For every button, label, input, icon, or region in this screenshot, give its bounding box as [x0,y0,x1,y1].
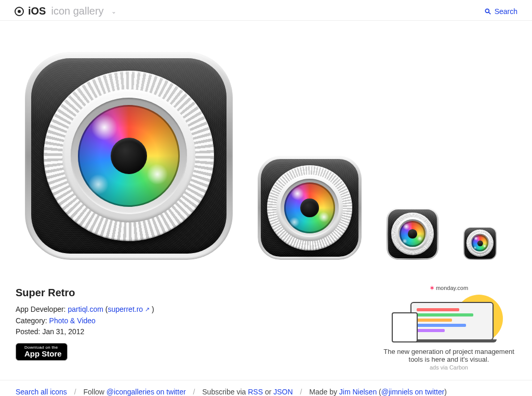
brand-secondary: icon gallery [51,5,103,17]
carbon-ad[interactable]: ✶ monday.com The new generation of proje… [381,285,516,371]
footer-made-pre: Made by [309,388,337,396]
ad-provider: ads via Carbon [381,364,516,371]
chevron-down-icon[interactable]: ⌄ [111,8,116,15]
app-title: Super Retro [16,285,154,301]
svg-point-0 [485,9,489,12]
ad-image [392,292,506,344]
footer-author-link[interactable]: Jim Nielsen [339,388,377,396]
search-icon [484,8,491,15]
category-link[interactable]: Photo & Video [49,316,96,325]
app-meta: Super Retro App Developer: partiql.com (… [16,285,154,371]
footer-rss-link[interactable]: RSS [248,388,263,396]
search-link[interactable]: Search [484,7,517,16]
icon-size-row [0,21,532,275]
posted-date: Jan 31, 2012 [42,327,84,336]
ad-brand: ✶ monday.com [381,285,516,292]
developer-site-link[interactable]: superret.ro ↗ [108,305,150,313]
appstore-badge[interactable]: Download on the App Store [16,343,68,361]
footer-follow-link[interactable]: @icongalleries on twitter [107,388,186,396]
footer-subscribe-or: or [265,388,271,396]
app-icon-64[interactable] [463,227,497,260]
svg-line-1 [488,12,490,14]
footer-follow-pre: Follow [84,388,104,396]
developer-link[interactable]: partiql.com [68,305,103,313]
category-label: Category: [16,316,47,325]
footer-json-link[interactable]: JSON [273,388,292,396]
appstore-line2: App Store [24,350,62,358]
app-icon-512[interactable] [25,52,233,260]
app-developer-row: App Developer: partiql.com (superret.ro … [16,304,154,315]
app-icon-128[interactable] [387,208,438,260]
footer-author-twitter-link[interactable]: @jimniels on twitter [381,388,445,396]
brand[interactable]: iOS icon gallery ⌄ [15,5,116,17]
app-icon-256[interactable] [258,156,362,260]
brand-logo-icon [15,7,24,16]
site-footer: Search all icons / Follow @icongalleries… [0,380,532,396]
footer-subscribe-pre: Subscribe via [202,388,246,396]
app-posted-row: Posted: Jan 31, 2012 [16,326,154,338]
posted-label: Posted: [16,327,40,336]
search-label: Search [495,7,517,16]
footer-search-all-link[interactable]: Search all icons [16,388,67,396]
site-header: iOS icon gallery ⌄ Search [0,0,532,21]
ad-headline: The new generation of project management… [381,348,516,363]
developer-label: App Developer: [16,305,66,313]
app-category-row: Category: Photo & Video [16,315,154,327]
brand-primary: iOS [28,5,46,17]
external-link-icon: ↗ [145,306,150,312]
